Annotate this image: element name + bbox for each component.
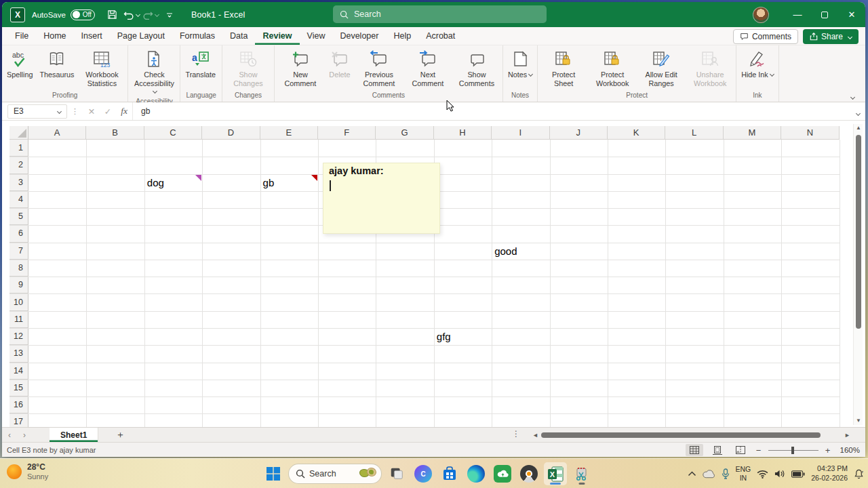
maximize-button[interactable]: [811, 2, 838, 27]
name-box[interactable]: E3: [7, 104, 67, 119]
normal-view-icon[interactable]: [686, 444, 703, 456]
sheet-nav-left-icon[interactable]: ‹: [2, 430, 17, 440]
notification-bell-icon[interactable]: z: [854, 469, 864, 479]
quick-access-chevron-icon[interactable]: [160, 7, 179, 23]
vertical-scroll-thumb[interactable]: [856, 135, 861, 329]
cell-i7[interactable]: good: [492, 243, 549, 260]
row-header-16[interactable]: 16: [9, 396, 28, 413]
tab-view[interactable]: View: [300, 28, 333, 45]
column-header-i[interactable]: I: [492, 126, 549, 140]
page-layout-view-icon[interactable]: [709, 444, 726, 456]
row-header-11[interactable]: 11: [9, 311, 28, 328]
ribbon-button-hide-ink[interactable]: Hide Ink: [738, 47, 777, 79]
zoom-level[interactable]: 160%: [840, 446, 860, 454]
sheet-tab-sheet1[interactable]: Sheet1: [50, 428, 98, 442]
ribbon-button-previous-comment[interactable]: Previous Comment: [355, 47, 403, 87]
tab-file[interactable]: File: [7, 28, 36, 45]
tab-page-layout[interactable]: Page Layout: [110, 28, 172, 45]
sheet-nav-right-icon[interactable]: ›: [17, 430, 32, 440]
start-button[interactable]: [262, 462, 285, 485]
comments-button[interactable]: Comments: [733, 29, 798, 44]
tab-help[interactable]: Help: [386, 28, 418, 45]
formula-splitter-icon[interactable]: ⋮: [71, 107, 79, 116]
row-header-1[interactable]: 1: [9, 140, 28, 157]
cell-h12[interactable]: gfg: [434, 328, 492, 345]
user-avatar[interactable]: [753, 7, 769, 23]
ribbon-button-show-comments[interactable]: Show Comments: [452, 47, 501, 87]
column-header-l[interactable]: L: [665, 126, 723, 140]
column-header-c[interactable]: C: [144, 126, 202, 140]
row-header-2[interactable]: 2: [9, 157, 28, 174]
edge-icon[interactable]: [465, 462, 488, 485]
column-header-g[interactable]: G: [376, 126, 433, 140]
tab-acrobat[interactable]: Acrobat: [418, 28, 462, 45]
column-header-k[interactable]: K: [608, 126, 665, 140]
excel-taskbar-icon[interactable]: X: [544, 462, 567, 485]
undo-icon[interactable]: [122, 7, 141, 23]
autosave-toggle[interactable]: Off: [71, 9, 95, 20]
column-header-e[interactable]: E: [260, 126, 318, 140]
taskbar-search[interactable]: Search: [288, 464, 382, 484]
scroll-down-icon[interactable]: ▼: [854, 417, 863, 425]
speaker-icon[interactable]: [774, 469, 785, 479]
row-header-13[interactable]: 13: [9, 345, 28, 362]
ribbon-button-translate[interactable]: aTranslate: [182, 47, 219, 79]
row-header-12[interactable]: 12: [9, 328, 28, 345]
row-header-6[interactable]: 6: [9, 225, 28, 242]
zoom-slider-thumb[interactable]: [791, 447, 794, 454]
onedrive-icon[interactable]: [703, 470, 715, 479]
scroll-up-icon[interactable]: ▲: [854, 124, 863, 132]
tab-data[interactable]: Data: [222, 28, 255, 45]
battery-icon[interactable]: [791, 470, 805, 478]
ribbon-button-protect-workbook[interactable]: Protect Workbook: [588, 47, 637, 87]
column-header-d[interactable]: D: [202, 126, 260, 140]
share-button[interactable]: Share: [803, 29, 859, 44]
wifi-icon[interactable]: [757, 470, 768, 479]
tab-formulas[interactable]: Formulas: [172, 28, 222, 45]
ribbon-button-check-accessibility[interactable]: Check Accessibility: [130, 47, 178, 96]
column-header-m[interactable]: M: [724, 126, 781, 140]
ribbon-button-protect-sheet[interactable]: Protect Sheet: [539, 47, 588, 87]
weather-widget[interactable]: 28°C Sunny: [7, 462, 48, 481]
column-header-b[interactable]: B: [86, 126, 144, 140]
cell-c3[interactable]: dog: [144, 174, 202, 191]
ribbon-button-workbook-statistics[interactable]: 123Workbook Statistics: [77, 47, 126, 87]
zoom-out-button[interactable]: −: [755, 445, 763, 455]
tab-home[interactable]: Home: [36, 28, 73, 45]
ribbon-button-new-comment[interactable]: New Comment: [276, 47, 325, 87]
column-header-f[interactable]: F: [318, 126, 376, 140]
row-header-10[interactable]: 10: [9, 293, 28, 310]
zoom-in-button[interactable]: +: [824, 445, 832, 455]
minimize-button[interactable]: —: [784, 2, 811, 27]
ribbon-button-thesaurus[interactable]: Thesaurus: [36, 47, 77, 79]
select-all-corner[interactable]: [9, 126, 28, 140]
ribbon-collapse-chevron-icon[interactable]: [846, 91, 857, 99]
row-header-14[interactable]: 14: [9, 363, 28, 380]
clock[interactable]: 04:23 PM 26-02-2026: [811, 464, 848, 483]
ribbon-button-allow-edit-ranges[interactable]: Allow Edit Ranges: [637, 47, 686, 87]
microsoft-store-icon[interactable]: [438, 462, 461, 485]
title-search-box[interactable]: Search: [333, 5, 547, 23]
insert-function-icon[interactable]: fx: [116, 106, 132, 117]
media-player-icon[interactable]: [517, 462, 540, 485]
tray-chevron-icon[interactable]: [688, 471, 696, 476]
cell-note-box[interactable]: ajay kumar:: [323, 163, 440, 234]
microphone-icon[interactable]: [722, 468, 730, 479]
tab-developer[interactable]: Developer: [332, 28, 386, 45]
ribbon-button-notes[interactable]: Notes: [505, 47, 536, 79]
snipping-tool-icon[interactable]: [570, 462, 593, 485]
column-header-n[interactable]: N: [781, 126, 839, 140]
horizontal-scroll-thumb[interactable]: [541, 432, 821, 438]
row-header-4[interactable]: 4: [9, 191, 28, 208]
row-header-3[interactable]: 3: [9, 174, 28, 191]
formula-bar-expand-icon[interactable]: [854, 107, 860, 119]
row-header-15[interactable]: 15: [9, 380, 28, 396]
column-header-a[interactable]: A: [28, 126, 86, 140]
cloud-app-icon[interactable]: [491, 462, 514, 485]
row-header-7[interactable]: 7: [9, 243, 28, 260]
column-header-j[interactable]: J: [550, 126, 608, 140]
row-header-8[interactable]: 8: [9, 260, 28, 277]
row-header-5[interactable]: 5: [9, 208, 28, 225]
hscroll-left-icon[interactable]: ◄: [532, 432, 538, 439]
task-view-icon[interactable]: [385, 462, 408, 485]
